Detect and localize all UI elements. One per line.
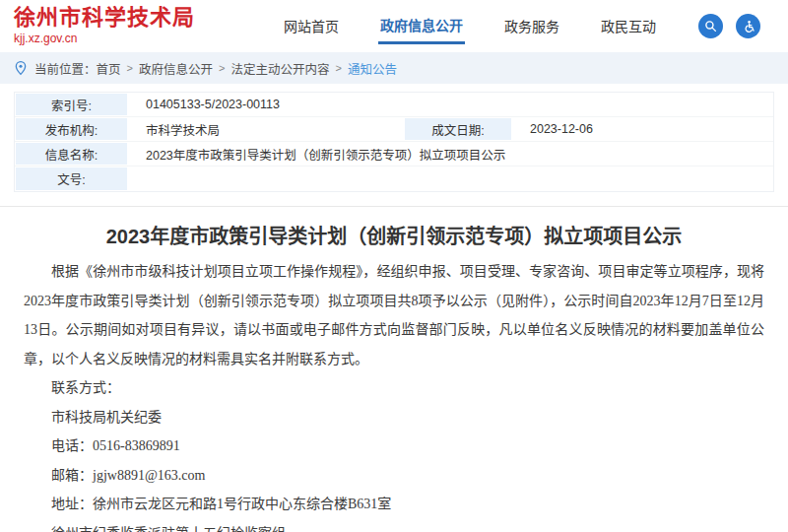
main-nav: 网站首页 政府信息公开 政务服务 政民互动 — [282, 9, 658, 44]
search-button[interactable] — [698, 14, 723, 38]
issue-date-value: 2023-12-06 — [512, 117, 773, 141]
breadcrumb-prefix: 当前位置： — [34, 59, 97, 78]
page: 徐州市科学技术局 kjj.xz.gov.cn 网站首页 政府信息公开 政务服务 … — [0, 0, 788, 532]
site-header: 徐州市科学技术局 kjj.xz.gov.cn 网站首页 政府信息公开 政务服务 … — [0, 0, 788, 52]
breadcrumb-separator: > — [335, 62, 341, 74]
accessibility-icon — [742, 20, 755, 33]
publisher-label: 发布机构: — [15, 117, 128, 141]
contact-phone: 电话：0516-83869891 — [24, 432, 764, 461]
divider — [0, 206, 788, 207]
nav-item-interaction[interactable]: 政民互动 — [599, 10, 658, 42]
table-row-org-date: 发布机构: 市科学技术局 成文日期: 2023-12-06 — [15, 117, 773, 142]
breadcrumb-item-home[interactable]: 首页 — [97, 59, 121, 78]
table-row-name: 信息名称: 2023年度市政策引导类计划（创新引领示范专项）拟立项项目公示 — [15, 142, 773, 166]
nav-item-services[interactable]: 政务服务 — [502, 10, 561, 42]
site-title: 徐州市科学技术局 — [14, 6, 195, 30]
location-pin-icon — [14, 60, 28, 76]
doc-number-value — [128, 166, 773, 191]
header-right: 网站首页 政府信息公开 政务服务 政民互动 — [282, 9, 760, 44]
contact-org: 市科技局机关纪委 — [24, 403, 764, 432]
accessibility-button[interactable] — [736, 14, 760, 38]
search-icon — [704, 20, 717, 33]
contact-email: 邮箱：jgjw8891@163.com — [24, 461, 764, 491]
breadcrumb-separator: > — [219, 62, 225, 74]
doc-number-label: 文号: — [15, 166, 128, 191]
contact-address: 地址：徐州市云龙区元和路1号行政中心东综合楼B631室 — [24, 490, 764, 519]
breadcrumb: 当前位置： 首页 > 政府信息公开 > 法定主动公开内容 > 通知公告 — [0, 52, 788, 84]
contact-heading: 联系方式： — [24, 373, 764, 403]
info-name-label: 信息名称: — [15, 142, 128, 166]
table-row-index: 索引号: 01405133-5/2023-00113 — [15, 93, 773, 117]
table-row-doc-number: 文号: — [15, 166, 773, 191]
publisher-value: 市科学技术局 — [128, 117, 404, 141]
info-name-value: 2023年度市政策引导类计划（创新引领示范专项）拟立项项目公示 — [128, 142, 773, 166]
page-title: 2023年度市政策引导类计划（创新引领示范专项）拟立项项目公示 — [0, 224, 788, 249]
breadcrumb-item-notices[interactable]: 通知公告 — [348, 59, 397, 78]
breadcrumb-item-legal-disclosure[interactable]: 法定主动公开内容 — [230, 59, 329, 78]
nav-item-home[interactable]: 网站首页 — [282, 10, 341, 42]
issue-date-label: 成文日期: — [404, 117, 512, 141]
site-url: kjj.xz.gov.cn — [14, 31, 195, 46]
article-body: 根据《徐州市市级科技计划项目立项工作操作规程》，经组织申报、项目受理、专家咨询、… — [0, 249, 788, 532]
site-logo[interactable]: 徐州市科学技术局 kjj.xz.gov.cn — [14, 6, 195, 46]
breadcrumb-separator: > — [127, 62, 133, 74]
index-number-value: 01405133-5/2023-00113 — [128, 93, 773, 116]
main-content: 索引号: 01405133-5/2023-00113 发布机构: 市科学技术局 … — [0, 92, 788, 532]
article-paragraph: 根据《徐州市市级科技计划项目立项工作操作规程》，经组织申报、项目受理、专家咨询、… — [24, 257, 764, 373]
breadcrumb-item-gov-info[interactable]: 政府信息公开 — [139, 59, 213, 78]
index-number-label: 索引号: — [15, 93, 128, 116]
contact-org-2: 徐州市纪委监委派驻第十五纪检监察组 — [24, 519, 764, 532]
nav-item-gov-info[interactable]: 政府信息公开 — [378, 9, 465, 44]
info-table: 索引号: 01405133-5/2023-00113 发布机构: 市科学技术局 … — [14, 92, 774, 192]
